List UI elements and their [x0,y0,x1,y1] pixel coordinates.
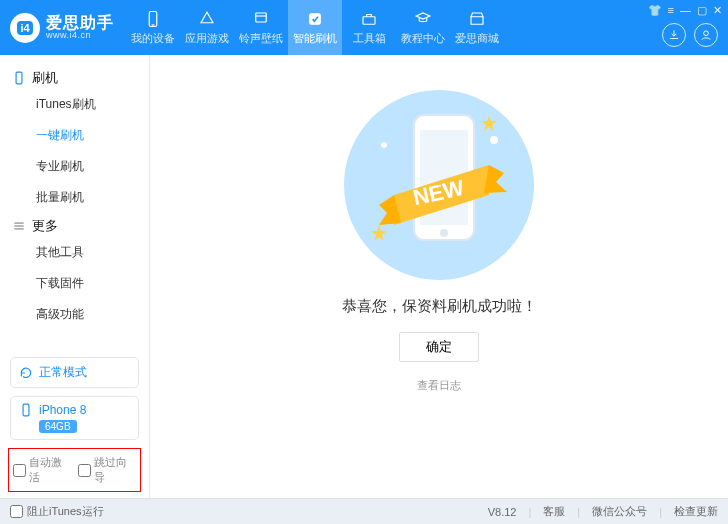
user-button[interactable] [694,23,718,47]
toolbox-icon [359,9,379,29]
check-update-link[interactable]: 检查更新 [674,504,718,519]
status-bar: 阻止iTunes运行 V8.12 | 客服 | 微信公众号 | 检查更新 [0,498,728,524]
nav-label: 爱思商城 [455,31,499,46]
view-log-link[interactable]: 查看日志 [417,378,461,393]
mode-label: 正常模式 [39,364,87,381]
device-name: iPhone 8 [39,403,86,417]
nav-toolbox[interactable]: 工具箱 [342,0,396,55]
svg-point-6 [704,31,709,36]
sidebar-group-flash: 刷机 [0,65,149,89]
sidebar: 刷机 iTunes刷机 一键刷机 专业刷机 批量刷机 更多 其他工具 下载固件 … [0,55,150,498]
refresh-icon [19,366,33,380]
phone-icon [19,403,33,417]
nav-label: 工具箱 [353,31,386,46]
sidebar-item-advanced[interactable]: 高级功能 [0,299,149,330]
nav-flashing[interactable]: 智能刷机 [288,0,342,55]
svg-rect-5 [363,17,375,25]
music-icon [251,9,271,29]
skip-guide-checkbox[interactable]: 跳过向导 [78,455,137,485]
ok-button[interactable]: 确定 [399,332,479,362]
menu-icon[interactable]: ≡ [668,4,674,17]
nav-label: 教程中心 [401,31,445,46]
nav-label: 铃声壁纸 [239,31,283,46]
svg-rect-2 [256,13,267,22]
nav-store[interactable]: 爱思商城 [450,0,504,55]
success-illustration: NEW [339,85,539,285]
svg-point-14 [381,142,387,148]
sidebar-options-highlight: 自动激活 跳过向导 [8,448,141,492]
sidebar-group-more: 更多 [0,213,149,237]
nav-apps[interactable]: 应用游戏 [180,0,234,55]
nav-label: 智能刷机 [293,31,337,46]
svg-point-13 [490,136,498,144]
apps-icon [197,9,217,29]
svg-rect-0 [149,12,157,27]
sidebar-item-itunes-flash[interactable]: iTunes刷机 [0,89,149,120]
success-message: 恭喜您，保资料刷机成功啦！ [342,297,537,316]
sidebar-group-title: 更多 [32,217,58,235]
skin-icon[interactable]: 👕 [648,4,662,17]
top-nav: 我的设备 应用游戏 铃声壁纸 智能刷机 工具箱 教程中心 [126,0,504,55]
nav-ringtones[interactable]: 铃声壁纸 [234,0,288,55]
svg-rect-4 [310,14,321,25]
nav-tutorial[interactable]: 教程中心 [396,0,450,55]
app-logo: i4 爱思助手 www.i4.cn [10,13,114,43]
more-icon [12,219,26,233]
auto-activate-checkbox[interactable]: 自动激活 [13,455,72,485]
sidebar-item-oneclick-flash[interactable]: 一键刷机 [0,120,149,151]
download-button[interactable] [662,23,686,47]
version-label: V8.12 [488,506,517,518]
window-controls: 👕 ≡ — ▢ ✕ [648,4,722,17]
phone-icon [143,9,163,29]
sidebar-item-batch-flash[interactable]: 批量刷机 [0,182,149,213]
sidebar-item-download-firmware[interactable]: 下载固件 [0,268,149,299]
sidebar-group-title: 刷机 [32,69,58,87]
svg-rect-7 [16,72,22,84]
sidebar-item-other-tools[interactable]: 其他工具 [0,237,149,268]
flash-icon [305,9,325,29]
tutorial-icon [413,9,433,29]
svg-point-19 [440,229,448,237]
minimize-icon[interactable]: — [680,4,691,17]
logo-badge: i4 [17,21,32,35]
customer-service-link[interactable]: 客服 [543,504,565,519]
store-icon [467,9,487,29]
title-bar: i4 爱思助手 www.i4.cn 我的设备 应用游戏 铃声壁纸 智能刷机 [0,0,728,55]
close-icon[interactable]: ✕ [713,4,722,17]
main-content: NEW 恭喜您，保资料刷机成功啦！ 确定 查看日志 [150,55,728,498]
maximize-icon[interactable]: ▢ [697,4,707,17]
wechat-link[interactable]: 微信公众号 [592,504,647,519]
nav-label: 应用游戏 [185,31,229,46]
brand-title: 爱思助手 [46,15,114,31]
brand-subtitle: www.i4.cn [46,31,114,40]
svg-rect-11 [23,404,29,416]
sidebar-item-pro-flash[interactable]: 专业刷机 [0,151,149,182]
device-capacity: 64GB [39,420,77,433]
device-mode-status[interactable]: 正常模式 [10,357,139,388]
phone-icon [12,71,26,85]
nav-label: 我的设备 [131,31,175,46]
nav-my-device[interactable]: 我的设备 [126,0,180,55]
device-card[interactable]: iPhone 8 64GB [10,396,139,440]
block-itunes-checkbox[interactable]: 阻止iTunes运行 [10,504,104,519]
